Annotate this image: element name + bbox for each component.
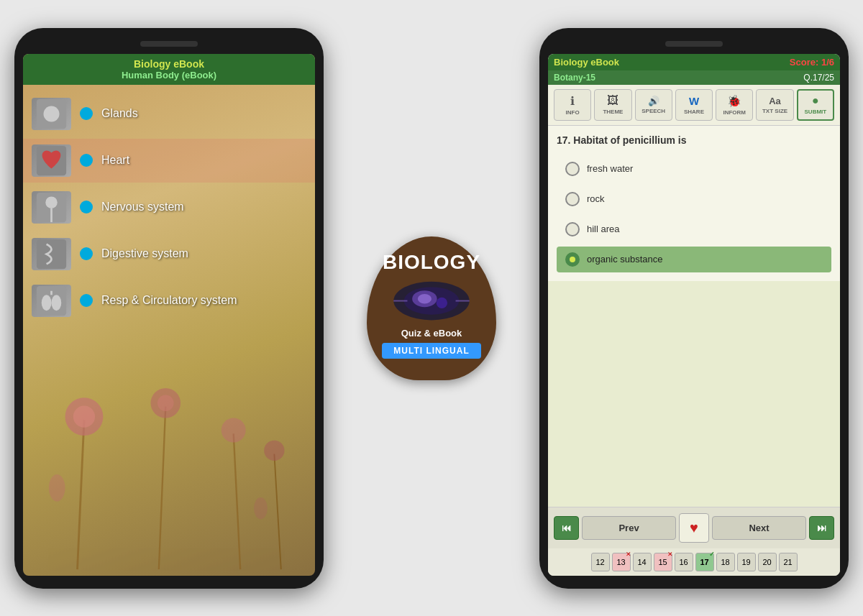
score-display: Score: 1/6 (790, 57, 834, 68)
first-question-button[interactable]: ⏮ (554, 516, 579, 540)
svg-point-16 (45, 196, 58, 208)
speech-label: SPEECH (641, 108, 665, 114)
option-rock[interactable]: rock (557, 186, 831, 212)
info-label: INFO (566, 109, 580, 116)
question-area: 17. Habitat of penicillium is fresh wate… (548, 126, 840, 281)
nervous-thumb (32, 191, 71, 224)
first-icon: ⏮ (562, 523, 571, 533)
right-screen: Biology eBook Score: 1/6 Botany-15 Q.17/… (548, 54, 840, 576)
qnum-20[interactable]: 20 (758, 553, 777, 571)
prev-label: Prev (618, 523, 639, 533)
heart-icon: ♥ (690, 520, 698, 536)
logo-badge: BIOLOGY Quiz & eBook MULTI LINGUAL (367, 236, 496, 380)
phone-notch (140, 41, 198, 47)
svg-point-21 (52, 295, 62, 311)
left-phone: Biology eBook Human Body (eBook) (14, 28, 324, 589)
option-label-1: fresh water (587, 163, 633, 174)
logo-title: BIOLOGY (383, 251, 480, 274)
heart-button[interactable]: ♥ (679, 513, 709, 543)
qnum-13[interactable]: 13 ✕ (612, 553, 631, 571)
info-icon: ℹ (570, 94, 575, 108)
menu-item-glands[interactable]: Glands (23, 92, 315, 136)
qnum-14[interactable]: 14 (633, 553, 652, 571)
submit-icon: ● (812, 94, 819, 107)
svg-rect-19 (37, 285, 66, 315)
inform-icon: 🐞 (727, 94, 741, 108)
chapter-label: Botany-15 (554, 73, 595, 83)
next-label: Next (749, 523, 769, 533)
left-book-title: Human Body (eBook) (23, 70, 315, 81)
right-header: Biology eBook Score: 1/6 (548, 54, 840, 70)
prev-button[interactable]: Prev (582, 516, 676, 540)
share-icon: W (689, 95, 699, 107)
logo-cell-svg (385, 277, 478, 325)
txtsize-button[interactable]: Aa TXT SIZE (756, 89, 793, 121)
wrong-marker-13: ✕ (626, 551, 631, 558)
qnum-19[interactable]: 19 (737, 553, 756, 571)
resp-dot (80, 294, 93, 307)
glands-label: Glands (101, 107, 138, 120)
option-radio-1 (565, 162, 580, 176)
left-header: Biology eBook Human Body (eBook) (23, 54, 315, 85)
right-app-title: Biology eBook (554, 57, 619, 68)
heart-dot (80, 154, 93, 167)
logo-multilingual: MULTI LINGUAL (382, 343, 480, 359)
option-label-3: hill area (587, 224, 620, 234)
right-phone-notch (665, 41, 723, 47)
center-logo-area: BIOLOGY Quiz & eBook MULTI LINGUAL (367, 236, 496, 380)
right-subheader: Botany-15 Q.17/25 (548, 70, 840, 85)
option-hill-area[interactable]: hill area (557, 216, 831, 242)
correct-marker-17: ✓ (709, 551, 715, 558)
digestive-label: Digestive system (101, 247, 188, 260)
svg-point-27 (437, 297, 447, 308)
qnum-17[interactable]: 17 ✓ (695, 553, 714, 571)
glands-dot (80, 107, 93, 120)
submit-button[interactable]: ● SUBMIT (797, 89, 834, 121)
theme-button[interactable]: 🖼 THEME (594, 89, 631, 121)
digestive-thumb (32, 238, 71, 270)
speech-button[interactable]: 🔊 SPEECH (635, 89, 672, 121)
option-fresh-water[interactable]: fresh water (557, 156, 831, 182)
share-button[interactable]: W SHARE (675, 89, 713, 121)
theme-label: THEME (603, 109, 623, 115)
option-radio-4 (565, 252, 580, 267)
navigation-bar: ⏮ Prev ♥ Next ⏭ (548, 507, 840, 548)
inform-button[interactable]: 🐞 INFORM (716, 89, 753, 121)
svg-rect-18 (37, 239, 66, 268)
last-icon: ⏭ (817, 523, 826, 533)
speech-icon: 🔊 (648, 96, 659, 106)
resp-thumb (32, 285, 71, 317)
share-label: SHARE (684, 109, 704, 115)
last-question-button[interactable]: ⏭ (809, 516, 834, 540)
qnum-15[interactable]: 15 ✕ (654, 553, 672, 571)
menu-list: Glands Heart Nervous system (23, 85, 315, 576)
question-number-label: Q.17/25 (803, 73, 834, 83)
option-label-2: rock (587, 193, 605, 204)
option-radio-3 (565, 222, 580, 236)
menu-item-heart[interactable]: Heart (23, 139, 315, 183)
option-label-4: organic substance (587, 254, 663, 265)
qnum-12[interactable]: 12 (591, 553, 610, 571)
qnum-16[interactable]: 16 (675, 553, 693, 571)
menu-item-resp[interactable]: Resp & Circulatory system (23, 279, 315, 323)
qnum-21[interactable]: 21 (779, 553, 798, 571)
toolbar: ℹ INFO 🖼 THEME 🔊 SPEECH W SHARE 🐞 INFORM… (548, 85, 840, 126)
option-radio-2 (565, 192, 580, 206)
svg-point-13 (44, 106, 60, 121)
info-button[interactable]: ℹ INFO (554, 89, 591, 121)
menu-item-digestive[interactable]: Digestive system (23, 232, 315, 276)
digestive-dot (80, 247, 93, 260)
svg-point-26 (418, 293, 432, 303)
theme-icon: 🖼 (607, 94, 618, 107)
resp-label: Resp & Circulatory system (101, 294, 237, 307)
question-text: 17. Habitat of penicillium is (557, 134, 831, 146)
question-numbers-bar: 12 13 ✕ 14 15 ✕ 16 17 ✓ 18 19 20 21 (548, 548, 840, 576)
menu-item-nervous[interactable]: Nervous system (23, 185, 315, 229)
option-organic-substance[interactable]: organic substance (557, 247, 831, 272)
submit-label: SUBMIT (805, 109, 827, 115)
nervous-label: Nervous system (101, 201, 184, 213)
blank-content-area (548, 281, 840, 507)
left-app-title: Biology eBook (23, 58, 315, 70)
qnum-18[interactable]: 18 (716, 553, 735, 571)
next-button[interactable]: Next (712, 516, 806, 540)
